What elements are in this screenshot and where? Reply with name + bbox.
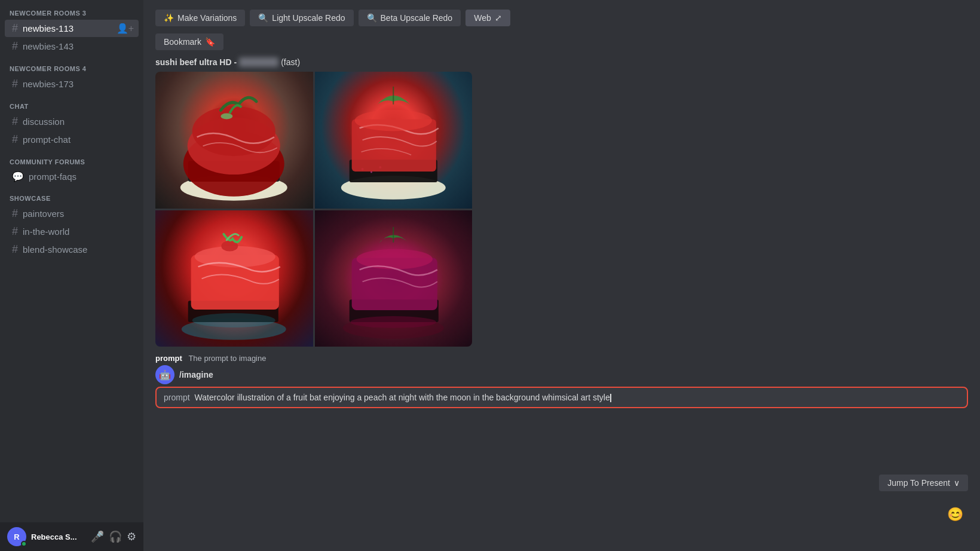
svg-point-12: [354, 110, 431, 131]
section-header-newcomer-3: NEWCOMER ROOMS 3: [0, 0, 143, 19]
prompt-hint-text: The prompt to imagine: [188, 354, 266, 363]
channel-label: discussion: [23, 117, 65, 127]
light-upscale-redo-button[interactable]: 🔍 Light Upscale Redo: [250, 10, 353, 26]
settings-icon[interactable]: ⚙: [127, 530, 136, 543]
bot-avatar: 🤖: [155, 365, 174, 384]
hash-icon: #: [12, 225, 18, 238]
sidebar: NEWCOMER ROOMS 3 # newbies-113 👤+ # newb…: [0, 0, 143, 551]
command-bar: 🤖 /imagine: [155, 365, 968, 384]
text-cursor: [610, 394, 611, 402]
hash-icon: #: [12, 22, 18, 35]
make-variations-button[interactable]: ✨ Make Variations: [155, 10, 245, 26]
channel-label: in-the-world: [23, 226, 69, 237]
main-content-area: ✨ Make Variations 🔍 Light Upscale Redo 🔍…: [143, 0, 980, 551]
hash-icon: #: [12, 243, 18, 256]
prompt-input-box[interactable]: prompt Watercolor illustration of a frui…: [155, 387, 968, 408]
beta-upscale-icon: 🔍: [367, 13, 377, 23]
message-feed: ✨ Make Variations 🔍 Light Upscale Redo 🔍…: [143, 0, 980, 551]
hash-icon: #: [12, 78, 18, 90]
hash-icon: #: [12, 40, 18, 53]
sidebar-section-newcomer-3: NEWCOMER ROOMS 3 # newbies-113 👤+ # newb…: [0, 0, 143, 56]
light-upscale-label: Light Upscale Redo: [272, 13, 345, 23]
svg-point-5: [220, 114, 232, 120]
prompt-hint-title: prompt: [155, 354, 182, 363]
blurred-username: username: [239, 57, 278, 67]
add-member-icon[interactable]: 👤+: [117, 23, 134, 34]
channel-label: newbies-113: [23, 23, 74, 33]
hash-icon: #: [12, 133, 18, 146]
bookmark-icon: 🔖: [205, 37, 215, 47]
sidebar-item-discussion[interactable]: # discussion: [5, 113, 139, 130]
sidebar-item-in-the-world[interactable]: # in-the-world: [5, 223, 139, 240]
prompt-main-text: sushi beef ultra HD -: [155, 57, 237, 67]
channel-label: prompt-chat: [23, 134, 71, 145]
external-link-icon: ⤢: [495, 13, 502, 23]
emoji-button[interactable]: 😊: [947, 507, 963, 522]
svg-point-4: [192, 106, 275, 157]
image-cell-bottom-right[interactable]: [315, 210, 473, 347]
image-prompt-description: sushi beef ultra HD - username (fast): [155, 57, 968, 67]
user-bar: R Rebecca S... 🎤 🎧 ⚙: [0, 522, 143, 551]
sidebar-item-newbies-143[interactable]: # newbies-143: [5, 38, 139, 55]
chevron-down-icon: ∨: [954, 478, 960, 488]
svg-point-22: [356, 249, 432, 269]
image-grid: [155, 72, 472, 347]
command-text: /imagine: [179, 370, 213, 379]
bookmark-label: Bookmark: [164, 37, 201, 47]
sidebar-item-prompt-faqs[interactable]: 💬 prompt-faqs: [5, 169, 139, 185]
status-dot: [21, 541, 27, 547]
svg-point-18: [192, 313, 275, 327]
sidebar-item-blend-showcase[interactable]: # blend-showcase: [5, 241, 139, 258]
section-header-chat: CHAT: [0, 93, 143, 112]
headphones-icon[interactable]: 🎧: [109, 530, 122, 543]
jump-to-present-label: Jump To Present: [887, 478, 950, 488]
input-label: prompt: [164, 393, 190, 402]
section-header-newcomer-4: NEWCOMER ROOMS 4: [0, 56, 143, 75]
avatar: R: [7, 527, 26, 546]
image-cell-top-right[interactable]: [315, 72, 473, 209]
web-label: Web: [474, 13, 491, 23]
sidebar-section-chat: CHAT # discussion # prompt-chat: [0, 93, 143, 149]
forum-icon: 💬: [12, 171, 24, 182]
prompt-suffix: (fast): [281, 57, 300, 67]
sidebar-section-community: COMMUNITY FORUMS 💬 prompt-faqs: [0, 149, 143, 185]
beta-upscale-label: Beta Upscale Redo: [381, 13, 453, 23]
hash-icon: #: [12, 207, 18, 220]
section-header-community: COMMUNITY FORUMS: [0, 149, 143, 168]
input-value: Watercolor illustration of a fruit bat e…: [195, 393, 960, 402]
prompt-hint-label: prompt The prompt to imagine: [155, 354, 968, 363]
bookmark-button[interactable]: Bookmark 🔖: [155, 33, 223, 50]
hash-icon: #: [12, 115, 18, 128]
input-row: prompt Watercolor illustration of a frui…: [164, 393, 960, 402]
sidebar-item-newbies-173[interactable]: # newbies-173: [5, 75, 139, 93]
web-button[interactable]: Web ⤢: [466, 10, 510, 26]
section-header-showcase: SHOWCASE: [0, 185, 143, 204]
channel-label: prompt-faqs: [29, 172, 76, 182]
channel-label: paintovers: [23, 209, 64, 219]
bottom-icons: 🎤 🎧 ⚙: [91, 530, 136, 543]
channel-label: blend-showcase: [23, 244, 87, 255]
sidebar-item-newbies-113[interactable]: # newbies-113 👤+: [5, 20, 139, 37]
channel-label: newbies-173: [23, 79, 74, 89]
svg-point-23: [350, 316, 436, 327]
microphone-icon[interactable]: 🎤: [91, 530, 104, 543]
sidebar-item-paintovers[interactable]: # paintovers: [5, 205, 139, 222]
beta-upscale-redo-button[interactable]: 🔍 Beta Upscale Redo: [359, 10, 461, 26]
input-text: Watercolor illustration of a fruit bat e…: [195, 393, 610, 402]
sidebar-item-prompt-chat[interactable]: # prompt-chat: [5, 131, 139, 148]
make-variations-label: Make Variations: [177, 13, 237, 23]
channel-label: newbies-143: [23, 41, 74, 51]
username: Rebecca S...: [31, 532, 86, 541]
image-cell-top-left[interactable]: [155, 72, 313, 209]
image-cell-bottom-left[interactable]: [155, 210, 313, 347]
sidebar-section-newcomer-4: NEWCOMER ROOMS 4 # newbies-173: [0, 56, 143, 93]
variations-icon: ✨: [164, 13, 174, 23]
action-buttons-row: ✨ Make Variations 🔍 Light Upscale Redo 🔍…: [155, 10, 968, 26]
light-upscale-icon: 🔍: [258, 13, 268, 23]
sidebar-section-showcase: SHOWCASE # paintovers # in-the-world # b…: [0, 185, 143, 259]
jump-to-present-button[interactable]: Jump To Present ∨: [879, 475, 968, 491]
